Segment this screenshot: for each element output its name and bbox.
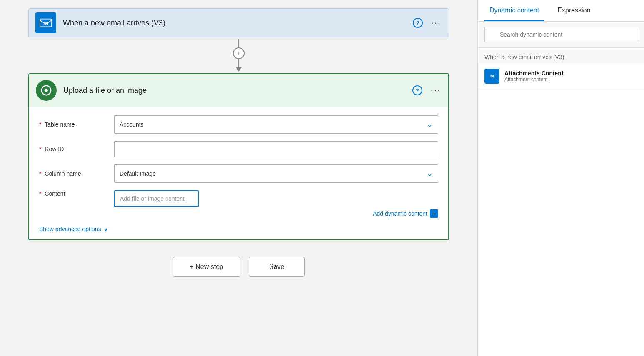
dynamic-content-search[interactable]: [484, 27, 637, 42]
email-more-button[interactable]: ···: [430, 17, 442, 29]
search-wrapper: 🔍: [478, 22, 644, 48]
column-name-label-text: Column name: [45, 170, 81, 177]
tab-expression[interactable]: Expression: [552, 0, 595, 21]
row-id-label: * Row ID: [39, 146, 114, 152]
required-star-column: *: [39, 170, 41, 177]
dynamic-link-wrapper: Add dynamic content +: [114, 209, 438, 218]
content-field-wrapper: Add dynamic content +: [114, 190, 438, 218]
table-name-chevron-icon: [427, 120, 433, 129]
upload-card-actions: ? ···: [412, 85, 442, 96]
column-name-select[interactable]: Default Image: [114, 164, 438, 183]
new-step-button[interactable]: + New step: [173, 257, 240, 277]
connector-line-top: [238, 39, 239, 47]
upload-dots-icon: ···: [431, 85, 441, 96]
required-star-table: *: [39, 121, 41, 128]
connector: +: [233, 39, 245, 72]
outlook-icon: ✉: [35, 12, 56, 33]
content-row: * Content Add dynamic content +: [39, 190, 438, 218]
add-step-button[interactable]: +: [233, 47, 245, 59]
upload-card-body: * Table name Accounts * Row ID 859b9f71-…: [29, 107, 448, 239]
plus-icon: +: [237, 50, 240, 57]
upload-card: Upload a file or an image ? ··· * Table …: [28, 73, 449, 240]
email-trigger-title: When a new email arrives (V3): [63, 19, 165, 27]
svg-text:✉: ✉: [490, 74, 494, 79]
email-help-button[interactable]: ?: [412, 17, 424, 29]
upload-card-header: Upload a file or an image ? ···: [29, 74, 448, 107]
add-dynamic-content-button[interactable]: Add dynamic content +: [373, 209, 438, 218]
svg-text:✉: ✉: [44, 21, 48, 26]
tab-dynamic-content[interactable]: Dynamic content: [484, 0, 544, 21]
save-button[interactable]: Save: [249, 257, 305, 277]
panel-section-label: When a new email arrives (V3): [478, 48, 644, 64]
table-name-value: Accounts: [120, 121, 144, 128]
panel-tabs: Dynamic content Expression: [478, 0, 644, 22]
upload-more-button[interactable]: ···: [430, 85, 442, 96]
panel-item-text: Attachments Content Attachment content: [504, 70, 564, 82]
add-dynamic-content-label: Add dynamic content: [373, 210, 427, 217]
row-id-input[interactable]: 859b9f71-4fe9-4437-b848-0471959d6df9: [114, 141, 438, 157]
email-trigger-card: ✉ When a new email arrives (V3) ? ···: [28, 8, 449, 37]
required-star-row: *: [39, 146, 41, 152]
top-card-actions: ? ···: [412, 17, 442, 29]
required-star-content: *: [39, 190, 41, 197]
dots-icon: ···: [431, 17, 441, 28]
svg-point-4: [45, 89, 47, 92]
table-name-select[interactable]: Accounts: [114, 115, 438, 134]
content-label-text: Content: [45, 190, 65, 197]
dynamic-plus-icon: +: [430, 209, 438, 218]
row-id-row: * Row ID 859b9f71-4fe9-4437-b848-0471959…: [39, 141, 438, 157]
column-name-row: * Column name Default Image: [39, 164, 438, 183]
outlook-item-icon: ✉: [484, 69, 499, 84]
bottom-buttons: + New step Save: [173, 257, 305, 277]
search-input-wrapper: 🔍: [484, 27, 637, 42]
connector-arrow: [236, 67, 242, 72]
table-name-label: * Table name: [39, 121, 114, 128]
show-advanced-button[interactable]: Show advanced options ∨: [39, 226, 108, 232]
table-name-row: * Table name Accounts: [39, 115, 438, 134]
question-icon: ?: [413, 18, 423, 28]
panel-item-title: Attachments Content: [504, 70, 564, 77]
column-name-chevron-icon: [427, 169, 433, 178]
connector-line-bottom: [238, 59, 239, 67]
panel-item-subtitle: Attachment content: [504, 77, 564, 82]
list-item[interactable]: ✉ Attachments Content Attachment content: [478, 64, 644, 89]
upload-question-icon: ?: [412, 85, 422, 95]
content-input[interactable]: [114, 190, 199, 207]
right-panel: Dynamic content Expression 🔍 When a new …: [477, 0, 644, 356]
row-id-label-text: Row ID: [45, 146, 64, 152]
upload-card-title: Upload a file or an image: [63, 86, 147, 95]
show-advanced-label: Show advanced options: [39, 226, 101, 232]
table-name-label-text: Table name: [45, 121, 75, 128]
column-name-label: * Column name: [39, 170, 114, 177]
upload-help-button[interactable]: ?: [412, 85, 423, 96]
content-label: * Content: [39, 190, 114, 197]
dataverse-icon: [36, 80, 57, 101]
show-advanced-chevron-icon: ∨: [104, 226, 108, 232]
column-name-value: Default Image: [120, 170, 156, 177]
show-advanced-wrapper: Show advanced options ∨: [39, 225, 438, 233]
